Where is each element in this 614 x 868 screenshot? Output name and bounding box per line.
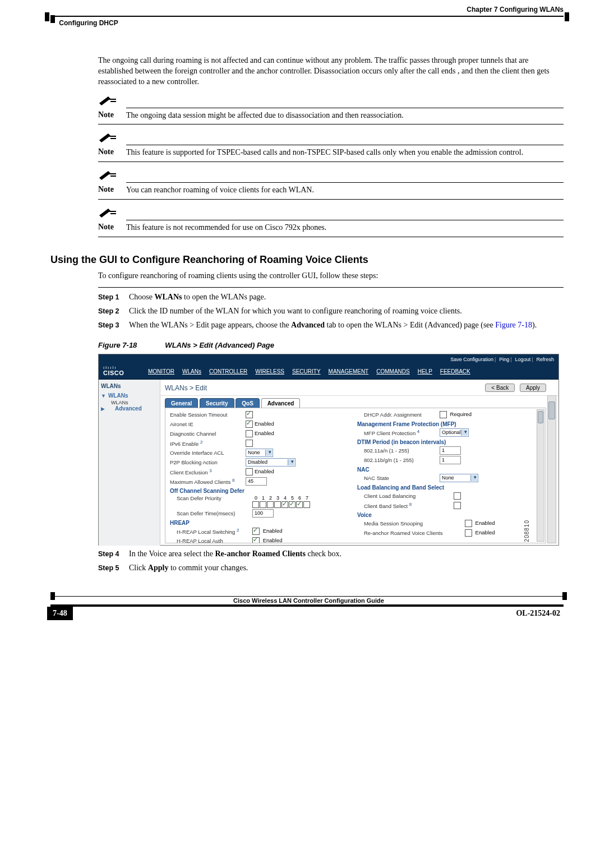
footer-doc-title: Cisco Wireless LAN Controller Configurat… (230, 597, 384, 604)
menu-security[interactable]: SECURITY (292, 368, 321, 375)
link-save-config[interactable]: Save Configuration (450, 357, 493, 362)
menu-wlans[interactable]: WLANs (182, 368, 201, 375)
outer-scrollbar[interactable] (547, 395, 556, 543)
steps-divider (98, 287, 564, 288)
tab-qos[interactable]: QoS (236, 398, 260, 408)
note-label: Note (98, 223, 126, 232)
prio-6-checkbox[interactable] (296, 501, 303, 508)
dtim-b-input[interactable]: 1 (440, 456, 461, 464)
intro-paragraph: The ongoing call during roaming is not a… (98, 56, 564, 87)
menu-help[interactable]: HELP (418, 368, 432, 375)
ipv6-label: IPv6 Enable 2 (170, 440, 246, 447)
media-session-snooping-checkbox[interactable] (465, 520, 472, 527)
override-acl-select[interactable]: None (246, 449, 273, 457)
prio-2-checkbox[interactable] (267, 501, 274, 508)
menu-management[interactable]: MANAGEMENT (329, 368, 369, 375)
step-4: Step 4 In the Voice area select the Re-a… (98, 549, 564, 560)
media-session-snooping-label: Media Session Snooping (357, 520, 465, 527)
link-refresh[interactable]: Refresh (536, 357, 554, 362)
step-label: Step 1 (98, 292, 129, 303)
prio-5-checkbox[interactable] (289, 501, 296, 508)
note-text: The ongoing data session might be affect… (126, 110, 564, 121)
link-ping[interactable]: Ping (499, 357, 509, 362)
clientex-checkbox[interactable] (246, 468, 253, 475)
menu-controller[interactable]: CONTROLLER (209, 368, 247, 375)
note-text: You can reanchor roaming of voice client… (126, 185, 564, 196)
hreap-local-switching-checkbox[interactable] (252, 528, 260, 535)
scan-time-label: Scan Defer Time(msecs) (170, 510, 252, 516)
ipv6-checkbox[interactable] (246, 440, 253, 447)
apply-button[interactable]: Apply (520, 384, 546, 392)
page-number: 7-48 (47, 607, 73, 620)
sidebar-title: WLANs (101, 383, 158, 389)
header-chapter: Chapter 7 Configuring WLANs (467, 6, 564, 13)
note-text: This feature is supported for TSPEC-base… (126, 147, 564, 158)
maxclients-input[interactable]: 45 (246, 477, 267, 486)
sidebar-item-wlans-child[interactable]: WLANs (111, 400, 158, 405)
menu-monitor[interactable]: MONITOR (148, 368, 174, 375)
cut-row-label: Enable Session Timeout (170, 412, 246, 418)
tab-general[interactable]: General (165, 398, 198, 408)
prio-4-checkbox[interactable] (281, 501, 288, 508)
mfp-heading: Management Frame Protection (MFP) (357, 421, 535, 427)
footer-marker-right (562, 592, 567, 600)
dtim-a-label: 802.11a/n (1 - 255) (357, 447, 440, 454)
hreap-local-auth-checkbox[interactable] (252, 537, 260, 543)
step-1: Step 1 Choose WLANs to open the WLANs pa… (98, 292, 564, 303)
diag-label: Diagnostic Channel (170, 431, 246, 437)
figure-id-number: 208810 (524, 520, 530, 542)
svg-rect-4 (109, 173, 116, 174)
override-acl-label: Override Interface ACL (170, 450, 246, 456)
scan-time-input[interactable]: 100 (252, 509, 274, 518)
prio-3-checkbox[interactable] (274, 501, 281, 508)
nac-state-select[interactable]: None (440, 474, 478, 482)
svg-rect-1 (110, 101, 116, 102)
back-button[interactable]: < Back (485, 384, 515, 392)
mfp-select[interactable]: Optional (440, 428, 469, 437)
p2p-select[interactable]: Disabled (246, 458, 296, 467)
link-logout[interactable]: Logout (515, 357, 531, 362)
header-section: Configuring DHCP (59, 19, 118, 27)
reanchor-roamed-clients-checkbox[interactable] (465, 529, 472, 537)
sidebar-item-advanced[interactable]: Advanced (115, 405, 142, 412)
load-balancing-heading: Load Balancing and Band Select (357, 484, 535, 491)
menu-commands[interactable]: COMMANDS (376, 368, 409, 375)
aironet-checkbox[interactable] (246, 421, 253, 428)
client-load-balancing-label: Client Load Balancing (357, 493, 454, 499)
aironet-label: Aironet IE (170, 421, 246, 427)
inner-scrollbar[interactable] (537, 409, 544, 542)
svg-rect-7 (110, 213, 116, 214)
tree-collapse-icon[interactable]: ▼ (101, 393, 106, 399)
sidebar-item-wlans[interactable]: WLANs (108, 393, 128, 399)
footer-doc-id: OL-21524-02 (516, 609, 564, 618)
menu-feedback[interactable]: FEEDBACK (440, 368, 470, 375)
section-title: Using the GUI to Configure Reanchoring o… (50, 254, 564, 266)
prio-1-checkbox[interactable] (260, 501, 266, 508)
step-label: Step 5 (98, 563, 129, 574)
note-icon (98, 170, 117, 180)
step-text: Click Apply to commit your changes. (129, 563, 564, 574)
svg-rect-2 (109, 136, 116, 137)
client-band-select-checkbox[interactable] (454, 502, 461, 509)
dtim-a-input[interactable]: 1 (440, 446, 461, 455)
scan-priority-grid: 01234567 (252, 495, 311, 508)
prio-0-checkbox[interactable] (252, 501, 259, 508)
dhcp-required-checkbox[interactable] (440, 411, 447, 418)
tab-security[interactable]: Security (200, 398, 234, 408)
session-timeout-checkbox[interactable] (246, 411, 253, 418)
step-text: Choose WLANs to open the WLANs page. (129, 292, 564, 303)
note-1: Note The ongoing data session might be a… (98, 95, 564, 125)
menu-wireless[interactable]: WIRELESS (255, 368, 284, 375)
figure-reference-link[interactable]: Figure 7-18 (495, 321, 532, 329)
note-4: Note This feature is not recommended for… (98, 207, 564, 237)
note-label: Note (98, 147, 126, 156)
client-load-balancing-checkbox[interactable] (454, 492, 461, 500)
prio-7-checkbox[interactable] (303, 501, 310, 508)
svg-rect-6 (109, 211, 116, 212)
svg-rect-5 (110, 176, 116, 177)
diag-checkbox[interactable] (246, 430, 253, 437)
tree-expand-icon[interactable]: ▶ (101, 406, 105, 412)
note-label: Note (98, 185, 126, 194)
step-text: When the WLANs > Edit page appears, choo… (129, 320, 564, 331)
step-text: In the Voice area select the Re-anchor R… (129, 549, 564, 560)
